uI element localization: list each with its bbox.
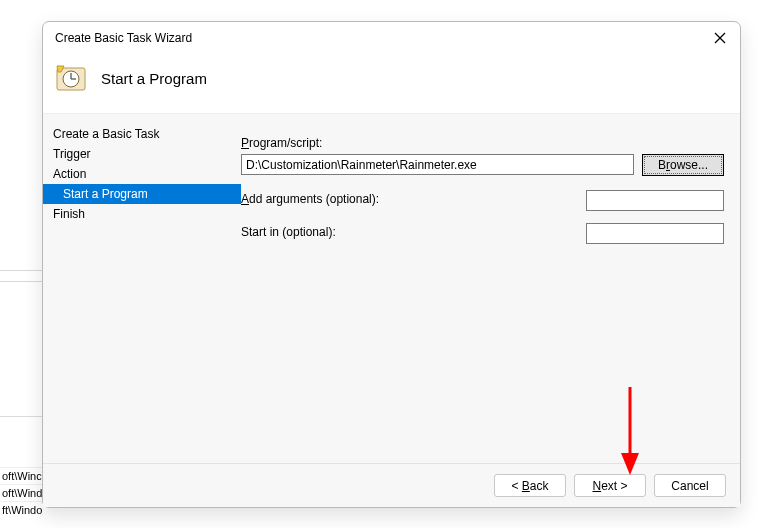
step-finish[interactable]: Finish [43,204,241,224]
titlebar: Create Basic Task Wizard [43,22,740,54]
wizard-header: Start a Program [43,54,740,113]
close-button[interactable] [710,28,730,48]
bg-row: ft\Windows\Fi [0,501,42,518]
start-in-label: Start in (optional): [241,225,336,239]
wizard-sidebar: Create a Basic Task Trigger Action Start… [43,114,241,463]
program-script-label: Program/script: [241,136,724,150]
step-create-basic-task[interactable]: Create a Basic Task [43,124,241,144]
clock-wizard-icon [55,62,87,94]
step-action[interactable]: Action [43,164,241,184]
add-arguments-input[interactable] [586,190,724,211]
background-divider [0,270,42,282]
background-panel [0,58,42,416]
wizard-body: Create a Basic Task Trigger Action Start… [43,113,740,463]
next-button[interactable]: Next > [574,474,646,497]
page-title: Start a Program [101,70,207,87]
start-in-input[interactable] [586,223,724,244]
bg-row: oft\Winc [0,467,42,484]
close-icon [714,32,726,44]
wizard-content: Program/script: Browse... Add arguments … [241,114,740,463]
dialog-title: Create Basic Task Wizard [55,31,192,45]
back-button[interactable]: < Back [494,474,566,497]
step-start-a-program[interactable]: Start a Program [43,184,241,204]
step-trigger[interactable]: Trigger [43,144,241,164]
wizard-dialog: Create Basic Task Wizard Start a Program… [42,21,741,508]
wizard-footer: < Back Next > Cancel [43,463,740,507]
cancel-button[interactable]: Cancel [654,474,726,497]
browse-button[interactable]: Browse... [642,154,724,176]
add-arguments-label: Add arguments (optional): [241,192,379,206]
bg-row: oft\Windows\U... [0,484,42,501]
program-script-input[interactable] [241,154,634,175]
background-list-fragment: oft\Winc oft\Windows\U... ft\Windows\Fi [0,416,42,528]
